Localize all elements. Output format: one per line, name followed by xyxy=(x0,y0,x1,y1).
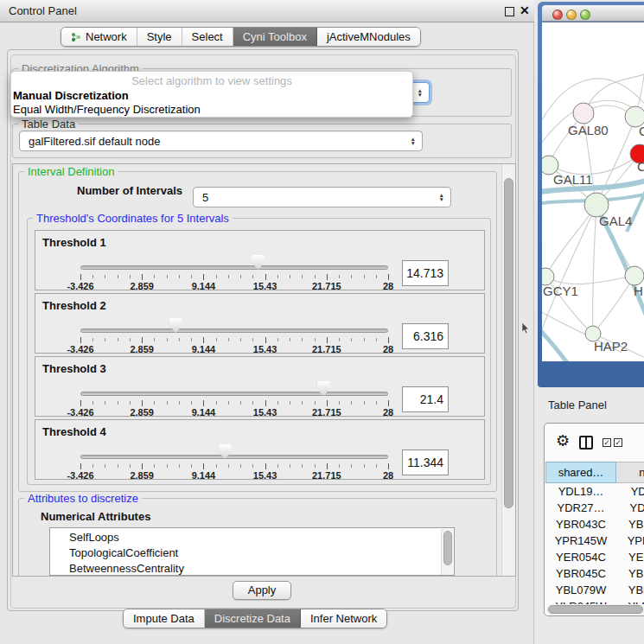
close-window-button[interactable]: ✕ xyxy=(520,3,530,17)
tick-mark xyxy=(228,401,229,405)
table-row-ydl19[interactable]: YDL19…YDL19… xyxy=(545,483,644,500)
node-h[interactable] xyxy=(625,266,644,285)
cell-name: YDR27… xyxy=(616,500,644,516)
table-data-combobox-value: galFiltered.sif default node xyxy=(29,135,160,148)
tick-mark xyxy=(277,464,278,468)
zoom-light[interactable] xyxy=(580,10,590,20)
tab-impute-data[interactable]: Impute Data xyxy=(124,609,205,628)
numerical-attributes-label: Numerical Attributes xyxy=(41,510,150,523)
tick-mark xyxy=(179,464,180,468)
attribute-item-betweennesscentrality[interactable]: BetweennessCentrality xyxy=(50,561,454,576)
tick-mark xyxy=(364,338,365,341)
cell-shared-name: YDR27… xyxy=(545,500,616,516)
threshold-value-field[interactable]: 6.316 xyxy=(402,323,449,349)
popup-prompt-item[interactable]: Select algorithm to view settings xyxy=(11,74,412,89)
columns-icon[interactable] xyxy=(579,436,593,450)
combo-stepper-icon: ▲▼ xyxy=(411,137,416,145)
cell-name: YPR145W xyxy=(616,532,644,549)
tick-mark xyxy=(290,464,290,468)
scrollbar-thumb[interactable] xyxy=(443,531,452,565)
control-panel-window: Control Panel ✕ NetworkStyleSelectCyni T… xyxy=(0,0,534,644)
threshold-slider-track[interactable] xyxy=(80,265,388,270)
tab-style[interactable]: Style xyxy=(137,28,182,46)
node-gcy1[interactable] xyxy=(542,268,554,285)
threshold-slider-track[interactable] xyxy=(80,328,388,333)
node-label-gcy1: GCY1 xyxy=(543,284,578,298)
table-row-ybr045c[interactable]: YBR045CYBR045C xyxy=(545,565,644,582)
numerical-attributes-list[interactable]: SelfLoopsTopologicalCoefficientBetweenne… xyxy=(49,527,455,576)
tick-mark xyxy=(364,401,365,405)
tick-mark xyxy=(228,275,229,278)
threshold-slider-track[interactable] xyxy=(80,455,388,459)
number-of-intervals-combobox[interactable]: 5 ▲▼ xyxy=(193,187,451,207)
tick-mark xyxy=(167,401,168,405)
network-view[interactable]: GAL80GCGAL11GAL4GCY1HHAP2 xyxy=(542,22,644,361)
tab-cyni-toolbox[interactable]: Cyni Toolbox xyxy=(233,28,317,46)
settings-scroll-area: Interval Definition Number of Intervals … xyxy=(12,163,516,577)
interval-definition-group-title: Interval Definition xyxy=(24,165,118,178)
tick-mark xyxy=(351,401,352,405)
attribute-item-selfloops[interactable]: SelfLoops xyxy=(50,530,454,545)
float-window-button[interactable] xyxy=(505,7,514,16)
tab-select[interactable]: Select xyxy=(182,28,233,46)
tick-mark xyxy=(154,464,155,468)
tab-select-label: Select xyxy=(192,30,223,43)
tab-jactivemnodules-label: jActiveMNodules xyxy=(327,30,411,43)
apply-button[interactable]: Apply xyxy=(233,581,291,600)
tick-mark xyxy=(388,337,389,343)
tick-mark xyxy=(252,275,253,278)
tick-mark xyxy=(252,464,253,468)
tick-label: 28 xyxy=(383,407,393,418)
tab-jactivemnodules[interactable]: jActiveMNodules xyxy=(317,28,420,46)
tab-discretize-data[interactable]: Discretize Data xyxy=(205,609,301,628)
tick-label: 21.715 xyxy=(312,407,341,418)
attributes-list-scrollbar[interactable] xyxy=(441,529,453,576)
select-checkbox-icon[interactable]: ✓ xyxy=(603,438,611,447)
node-label-hap2: HAP2 xyxy=(594,339,628,354)
network-window-titlebar xyxy=(542,5,644,22)
column-header-name[interactable]: name xyxy=(616,462,644,483)
threshold-value-field[interactable]: 21.4 xyxy=(402,386,449,412)
popup-option-manual-discretization[interactable]: Manual Discretization xyxy=(11,89,412,103)
tick-mark xyxy=(265,337,266,343)
vertical-scrollbar[interactable] xyxy=(501,164,515,576)
tick-mark xyxy=(351,275,352,278)
minimize-light[interactable] xyxy=(566,10,577,20)
node-label-h: H xyxy=(634,284,643,298)
tick-mark xyxy=(118,338,118,341)
tick-mark xyxy=(327,400,328,406)
tick-mark xyxy=(302,464,303,468)
table-row-ybr043c[interactable]: YBR043CYBR043C xyxy=(545,516,644,532)
scrollbar-thumb[interactable] xyxy=(548,605,643,614)
cell-name: YBR045C xyxy=(616,565,644,582)
attribute-item-topologicalcoefficient[interactable]: TopologicalCoefficient xyxy=(50,545,454,561)
select-checkbox-icon[interactable]: ✓ xyxy=(614,438,622,447)
tick-mark xyxy=(351,338,352,341)
tab-network[interactable]: Network xyxy=(61,28,137,46)
tab-infer-network[interactable]: Infer Network xyxy=(301,609,386,628)
node-gal80[interactable] xyxy=(573,103,594,124)
table-row-ydr27[interactable]: YDR27…YDR27… xyxy=(545,500,644,516)
scrollbar-thumb[interactable] xyxy=(504,178,513,508)
table-data-combobox[interactable]: galFiltered.sif default node ▲▼ xyxy=(19,131,423,151)
tick-mark xyxy=(142,274,143,280)
network-canvas[interactable]: GAL80GCGAL11GAL4GCY1HHAP2 xyxy=(542,22,644,361)
popup-option-equal-width-frequency[interactable]: Equal Width/Frequency Discretization xyxy=(11,103,412,117)
table-row-yer054c[interactable]: YER054CYER054C xyxy=(545,549,644,565)
table-row-ybl079w[interactable]: YBL079WYBL079W xyxy=(545,582,644,598)
gear-icon[interactable]: ⚙ xyxy=(556,433,570,449)
threshold-slider-track[interactable] xyxy=(80,392,388,396)
tick-mark xyxy=(118,401,118,405)
tick-mark xyxy=(327,337,328,343)
horizontal-scrollbar[interactable] xyxy=(546,604,644,615)
tick-mark xyxy=(130,401,131,405)
combo-stepper-icon: ▲▼ xyxy=(439,193,444,201)
threshold-value-field[interactable]: 14.713 xyxy=(402,260,449,286)
tick-mark xyxy=(179,275,180,278)
tick-mark xyxy=(339,338,340,341)
threshold-value-field[interactable]: 11.344 xyxy=(402,450,449,475)
table-row-ypr145w[interactable]: YPR145WYPR145W xyxy=(545,532,644,549)
close-light[interactable] xyxy=(552,10,563,20)
column-header-shared-name[interactable]: shared… xyxy=(545,462,616,483)
threshold-panel-4: Threshold 4-3.4262.8599.14415.4321.71528… xyxy=(35,419,485,480)
